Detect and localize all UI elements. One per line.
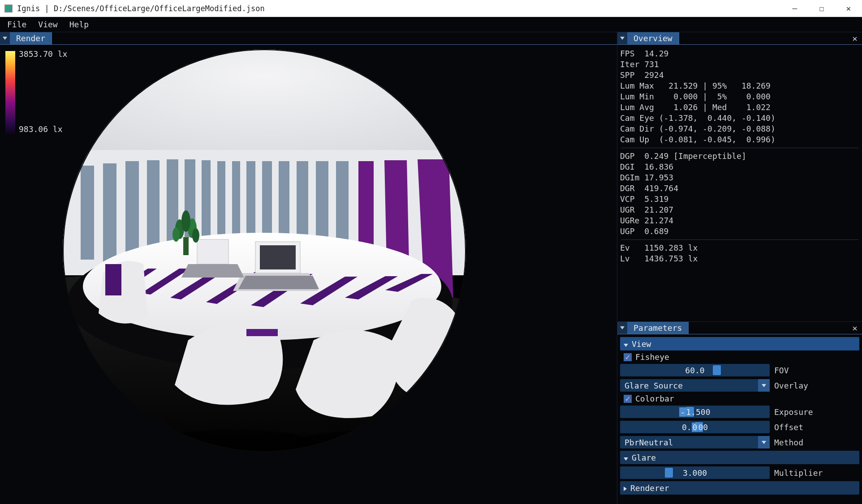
svg-marker-24 — [238, 276, 319, 289]
colorbar-max-label: 3853.70 lx — [19, 49, 67, 59]
colorbar-min-label: 983.06 lx — [19, 124, 63, 134]
chevron-down-icon — [624, 339, 628, 349]
parameters-tab[interactable]: Parameters — [627, 322, 689, 334]
chevron-down-icon — [624, 453, 628, 462]
overview-body: FPS 14.29 Iter 731 SPP 2924 Lum Max 21.5… — [617, 45, 862, 268]
svg-rect-33 — [105, 264, 121, 295]
fov-slider[interactable]: 60.0 — [620, 364, 770, 376]
colorbar-gradient — [5, 51, 15, 136]
svg-rect-4 — [103, 163, 116, 264]
collapse-icon[interactable] — [617, 32, 627, 44]
multiplier-label: Multiplier — [774, 468, 823, 478]
offset-label: Offset — [774, 423, 803, 432]
overview-lux: Ev 1150.283 lx Lv 1436.753 lx — [620, 243, 859, 264]
window-titlebar[interactable]: Ignis | D:/Scenes/OfficeLarge/OfficeLarg… — [0, 0, 862, 17]
parameters-panel-header[interactable]: Parameters × — [617, 322, 862, 334]
svg-point-31 — [172, 227, 180, 242]
overlay-label: Overlay — [774, 381, 808, 390]
app-icon — [4, 4, 13, 13]
window-title: Ignis | D:/Scenes/OfficeLarge/OfficeLarg… — [17, 4, 781, 13]
close-icon[interactable]: × — [848, 323, 862, 333]
close-button[interactable]: ✕ — [835, 0, 862, 17]
rendered-scene — [63, 49, 466, 452]
offset-slider[interactable]: 0.0000.000 — [620, 421, 770, 433]
colorbar-label: Colorbar — [635, 394, 674, 403]
overview-stats: FPS 14.29 Iter 731 SPP 2924 Lum Max 21.5… — [620, 48, 859, 145]
glare-section-header[interactable]: Glare — [620, 451, 859, 464]
menu-view[interactable]: View — [38, 20, 57, 29]
exposure-label: Exposure — [774, 407, 813, 417]
svg-rect-22 — [260, 245, 296, 269]
chevron-down-icon — [758, 436, 770, 448]
svg-rect-34 — [246, 329, 278, 336]
svg-point-32 — [192, 228, 199, 243]
menubar: File View Help — [0, 17, 862, 32]
fisheye-label: Fisheye — [635, 352, 669, 362]
method-select[interactable]: PbrNeutral — [620, 436, 770, 448]
maximize-button[interactable]: ☐ — [808, 0, 835, 17]
collapse-icon[interactable] — [617, 322, 627, 334]
svg-point-30 — [181, 210, 190, 232]
menu-file[interactable]: File — [7, 20, 26, 29]
render-viewport[interactable]: 3853.70 lx 983.06 lx — [0, 45, 617, 504]
method-label: Method — [774, 438, 803, 447]
overlay-select[interactable]: Glare Source — [620, 379, 770, 392]
fov-label: FOV — [774, 366, 789, 375]
render-tab[interactable]: Render — [10, 32, 52, 44]
minimize-button[interactable]: — — [781, 0, 808, 17]
menu-help[interactable]: Help — [69, 20, 89, 29]
render-panel-header[interactable]: Render — [0, 32, 617, 45]
fisheye-checkbox[interactable]: ✓ Fisheye — [620, 352, 859, 362]
svg-rect-27 — [183, 237, 189, 255]
close-icon[interactable]: × — [848, 33, 862, 44]
chevron-down-icon — [758, 379, 770, 392]
svg-rect-3 — [81, 166, 94, 260]
overview-tab[interactable]: Overview — [627, 32, 679, 44]
check-icon: ✓ — [624, 353, 632, 361]
collapse-icon[interactable] — [0, 32, 10, 44]
overview-glare-metrics: DGP 0.249 [Imperceptible] DGI 16.836 DGI… — [620, 151, 859, 237]
renderer-section-header[interactable]: Renderer — [620, 481, 859, 495]
multiplier-slider[interactable]: 3.000 — [620, 466, 770, 479]
overview-panel-header[interactable]: Overview × — [617, 32, 862, 45]
exposure-slider[interactable]: --1.5001.500 — [620, 406, 770, 418]
svg-rect-25 — [197, 239, 228, 264]
app-window: Ignis | D:/Scenes/OfficeLarge/OfficeLarg… — [0, 0, 862, 504]
chevron-right-icon — [624, 483, 627, 493]
view-section-header[interactable]: View — [620, 337, 859, 350]
svg-marker-26 — [181, 264, 244, 278]
check-icon: ✓ — [624, 395, 632, 403]
colorbar-checkbox[interactable]: ✓ Colorbar — [620, 394, 859, 403]
